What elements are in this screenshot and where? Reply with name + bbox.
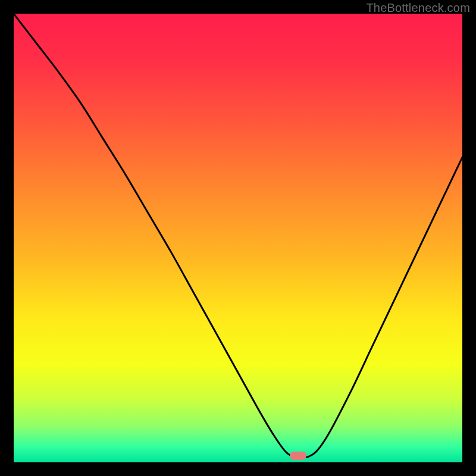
chart-frame: TheBottleneck.com [0,0,476,476]
plot-area [14,14,462,462]
bottleneck-curve [14,14,462,462]
optimal-point-marker [290,452,306,460]
watermark-text: TheBottleneck.com [366,1,470,15]
